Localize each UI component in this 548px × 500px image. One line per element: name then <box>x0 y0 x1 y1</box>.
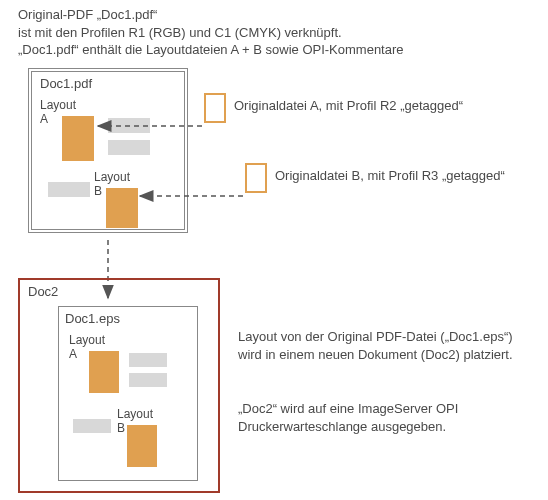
doc2-grey-b1 <box>73 419 111 433</box>
doc2-layout-b-shape <box>127 425 157 467</box>
intro-line-1: Original-PDF „Doc1.pdf“ <box>18 6 404 24</box>
doc2-desc-2: „Doc2“ wird auf eine ImageServer OPI Dru… <box>238 400 538 435</box>
grey-a1 <box>108 118 150 133</box>
doc1-title: Doc1.pdf <box>40 76 92 92</box>
intro-text: Original-PDF „Doc1.pdf“ ist mit den Prof… <box>18 6 404 59</box>
doc2-grey-a2 <box>129 373 167 387</box>
doc2-desc-1: Layout von der Original PDF-Datei („Doc1… <box>238 328 538 363</box>
orig-a-text: Originaldatei A, mit Profil R2 „getagged… <box>234 98 463 114</box>
doc1-frame: Doc1.pdf Layout A Layout B <box>28 68 188 233</box>
doc1eps-title: Doc1.eps <box>65 311 120 327</box>
grey-b1 <box>48 182 90 197</box>
orig-b-box <box>245 163 267 193</box>
intro-line-3: „Doc1.pdf“ enthält die Layoutdateien A +… <box>18 41 404 59</box>
doc2-frame: Doc2 Doc1.eps Layout A Layout B <box>18 278 220 493</box>
doc2-layout-a-shape <box>89 351 119 393</box>
orig-a-box <box>204 93 226 123</box>
doc2-grey-a1 <box>129 353 167 367</box>
doc1eps-frame: Doc1.eps Layout A Layout B <box>58 306 198 481</box>
orig-b-text: Originaldatei B, mit Profil R3 „getagged… <box>275 168 505 184</box>
layout-a-shape <box>62 116 94 161</box>
intro-line-2: ist mit den Profilen R1 (RGB) und C1 (CM… <box>18 24 404 42</box>
layout-b-shape <box>106 188 138 228</box>
grey-a2 <box>108 140 150 155</box>
doc2-title: Doc2 <box>28 284 58 300</box>
